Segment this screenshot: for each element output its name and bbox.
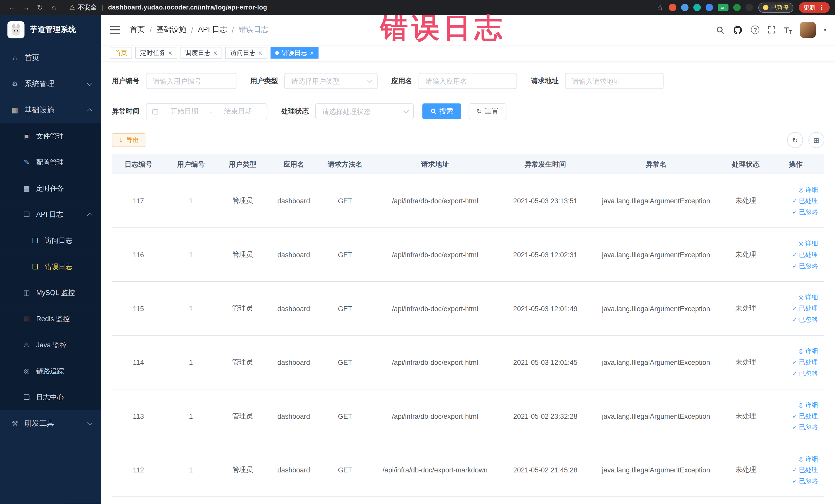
user-type-select[interactable] xyxy=(285,74,377,88)
extension-icon[interactable] xyxy=(706,4,713,11)
filter-user-id: 用户编号 xyxy=(112,73,237,89)
sidebar-item-log-center[interactable]: ❏日志中心 xyxy=(0,384,101,410)
sidebar-item-config[interactable]: ✎配置管理 xyxy=(0,149,101,175)
detail-action[interactable]: ◎详细 xyxy=(798,454,818,463)
mark-processed-action[interactable]: ✓已处理 xyxy=(792,304,818,313)
close-icon[interactable]: × xyxy=(213,49,218,56)
home-icon[interactable]: ⌂ xyxy=(47,3,61,12)
mark-ignored-action[interactable]: ✓已忽略 xyxy=(792,369,818,378)
forward-icon[interactable]: → xyxy=(19,3,33,12)
detail-action[interactable]: ◎详细 xyxy=(798,293,818,302)
user-avatar[interactable] xyxy=(800,22,816,38)
back-icon[interactable]: ← xyxy=(5,3,19,12)
filter-app-name: 应用名 xyxy=(391,73,517,89)
view-tab[interactable]: 访问日志× xyxy=(225,47,267,59)
reload-icon[interactable]: ↻ xyxy=(33,3,47,12)
sidebar-item-label: 定时任务 xyxy=(36,184,64,193)
breadcrumb-item[interactable]: 首页 xyxy=(130,25,145,35)
extension-icon[interactable] xyxy=(681,4,688,11)
sidebar-logo[interactable]: 芋道管理系统 xyxy=(0,15,101,45)
browser-update-button[interactable]: 更新 ⋮ xyxy=(799,2,830,13)
mark-ignored-action[interactable]: ✓已忽略 xyxy=(792,207,818,217)
sidebar-item-api-log[interactable]: ❏API 日志 xyxy=(0,201,101,227)
sidebar-item-home[interactable]: ⌂首页 xyxy=(0,45,101,71)
table-refresh-button[interactable]: ↻ xyxy=(787,132,803,148)
mark-ignored-action[interactable]: ✓已忽略 xyxy=(792,315,818,324)
export-button[interactable]: ↧ 导出 xyxy=(112,133,145,147)
browser-menu-icon[interactable]: ⋮ xyxy=(819,4,825,11)
breadcrumb-item[interactable]: 基础设施 xyxy=(157,25,186,35)
extension-icon[interactable]: on xyxy=(718,4,729,11)
date-range-picker[interactable]: 开始日期 - 结束日期 xyxy=(146,103,267,119)
start-date-placeholder[interactable]: 开始日期 xyxy=(161,106,208,116)
search-button[interactable]: 搜索 xyxy=(422,103,461,119)
cell-method: GET xyxy=(319,282,371,335)
view-tab[interactable]: 错误日志× xyxy=(270,47,319,59)
close-icon[interactable]: × xyxy=(259,49,263,56)
sidebar-item-redis[interactable]: ▥Redis 监控 xyxy=(0,306,101,332)
user-id-input[interactable] xyxy=(147,74,236,88)
mark-processed-action[interactable]: ✓已处理 xyxy=(792,196,818,205)
extension-icon[interactable] xyxy=(693,4,701,11)
cell-status: 未处理 xyxy=(720,174,771,227)
app-shell: 芋道管理系统 ⌂首页⚙系统管理▦基础设施▣文件管理✎配置管理▤定时任务❏API … xyxy=(0,15,835,504)
security-label[interactable]: 不安全 xyxy=(78,3,97,12)
view-tab[interactable]: 定时任务× xyxy=(135,47,177,59)
close-icon[interactable]: × xyxy=(310,49,314,56)
extension-icon[interactable] xyxy=(669,4,676,11)
cell-user-id: 1 xyxy=(165,174,217,227)
mark-processed-action[interactable]: ✓已处理 xyxy=(792,411,818,421)
app-name-input[interactable] xyxy=(419,74,517,88)
reset-button[interactable]: ↻ 重置 xyxy=(469,103,506,119)
breadcrumb-item[interactable]: API 日志 xyxy=(198,25,227,35)
mark-processed-action[interactable]: ✓已处理 xyxy=(792,465,818,474)
column-settings-button[interactable]: ⊞ xyxy=(808,132,824,148)
detail-action[interactable]: ◎详细 xyxy=(798,239,818,248)
cell-exception: java.lang.IllegalArgumentException xyxy=(592,443,720,496)
process-status-select[interactable] xyxy=(316,104,413,119)
sidebar-item-access-log[interactable]: ❏访问日志 xyxy=(0,227,101,254)
fullscreen-icon[interactable] xyxy=(768,26,776,34)
end-date-placeholder[interactable]: 结束日期 xyxy=(214,106,261,116)
sidebar-item-java[interactable]: ♨Java 监控 xyxy=(0,332,101,358)
detail-action[interactable]: ◎详细 xyxy=(798,400,818,409)
home-icon: ⌂ xyxy=(11,54,19,62)
mark-processed-action[interactable]: ✓已处理 xyxy=(792,250,818,259)
filter-label: 请求地址 xyxy=(531,76,558,86)
mark-ignored-action[interactable]: ✓已忽略 xyxy=(792,477,818,485)
bookmark-star-icon[interactable]: ☆ xyxy=(657,3,664,12)
request-url-input[interactable] xyxy=(566,74,663,88)
sidebar-item-tool[interactable]: ⚒研发工具 xyxy=(0,410,101,436)
sidebar-item-file[interactable]: ▣文件管理 xyxy=(0,123,101,149)
detail-action[interactable]: ◎详细 xyxy=(798,185,818,194)
detail-action[interactable]: ◎详细 xyxy=(798,347,818,356)
search-icon[interactable] xyxy=(716,25,725,35)
help-icon[interactable]: ? xyxy=(751,26,759,34)
sidebar-item-job[interactable]: ▤定时任务 xyxy=(0,175,101,202)
font-size-icon[interactable]: TT xyxy=(784,25,792,35)
mark-processed-action[interactable]: ✓已处理 xyxy=(792,358,818,367)
mark-ignored-action[interactable]: ✓已忽略 xyxy=(792,423,818,431)
export-button-label: 导出 xyxy=(126,136,139,144)
mark-ignored-action[interactable]: ✓已忽略 xyxy=(792,261,818,270)
address-bar-url[interactable]: dashboard.yudao.iocoder.cn/infra/log/api… xyxy=(108,4,267,11)
sidebar-item-trace[interactable]: ◎链路追踪 xyxy=(0,358,101,384)
sidebar-item-system[interactable]: ⚙系统管理 xyxy=(0,71,101,97)
cell-time: 2021-05-03 23:13:51 xyxy=(499,174,592,227)
cell-status: 未处理 xyxy=(720,443,771,496)
extension-icon[interactable] xyxy=(733,4,741,11)
extension-icon[interactable] xyxy=(746,4,753,11)
hamburger-icon[interactable] xyxy=(109,26,120,34)
profile-paused-badge[interactable]: 已暂停 xyxy=(758,2,793,12)
infra-icon: ▦ xyxy=(11,106,19,114)
view-tab[interactable]: 首页 xyxy=(109,47,132,59)
file-icon: ▣ xyxy=(22,132,31,140)
close-icon[interactable]: × xyxy=(168,49,172,56)
sidebar-item-infra[interactable]: ▦基础设施 xyxy=(0,97,101,123)
sidebar-item-mysql[interactable]: ◫MySQL 监控 xyxy=(0,280,101,306)
view-tab[interactable]: 调度日志× xyxy=(180,47,222,59)
sidebar-item-error-log[interactable]: ❏错误日志 xyxy=(0,254,101,280)
github-icon[interactable] xyxy=(733,25,743,35)
avatar-caret-icon[interactable]: ▾ xyxy=(824,27,826,33)
eye-icon: ◎ xyxy=(798,456,804,462)
